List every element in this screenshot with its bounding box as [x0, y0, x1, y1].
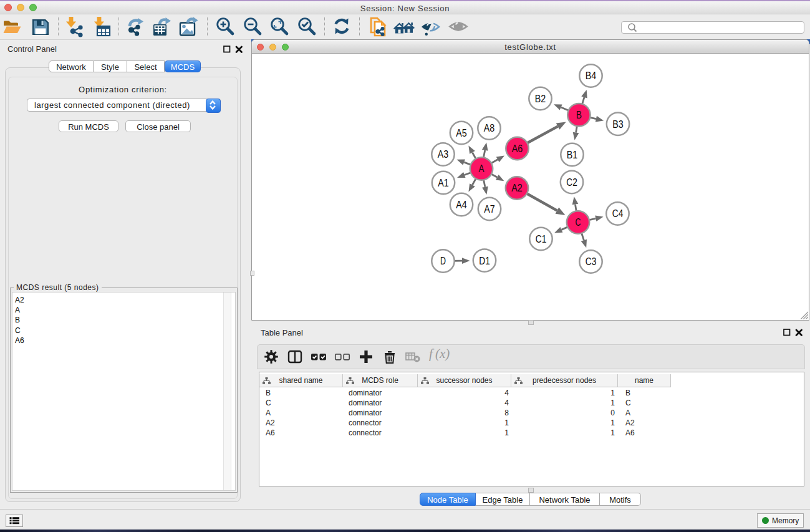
svg-text:C2: C2 — [566, 177, 577, 188]
svg-text:A7: A7 — [484, 203, 495, 215]
svg-text:A3: A3 — [438, 148, 449, 160]
svg-text:B3: B3 — [612, 118, 624, 130]
svg-text:A4: A4 — [456, 199, 467, 210]
svg-text:A8: A8 — [484, 122, 495, 133]
svg-text:A5: A5 — [456, 127, 467, 138]
svg-text:D1: D1 — [479, 255, 490, 266]
svg-text:A2: A2 — [511, 182, 523, 193]
svg-text:A: A — [479, 163, 485, 174]
svg-text:C1: C1 — [536, 233, 547, 244]
svg-text:C: C — [576, 216, 581, 228]
svg-text:B1: B1 — [567, 149, 578, 160]
svg-text:C4: C4 — [612, 208, 624, 219]
svg-text:C3: C3 — [586, 256, 597, 267]
svg-text:B: B — [576, 109, 582, 120]
svg-text:B4: B4 — [586, 70, 597, 81]
svg-text:A1: A1 — [438, 177, 449, 188]
svg-text:D: D — [440, 255, 446, 266]
svg-text:B2: B2 — [535, 93, 546, 104]
svg-text:A6: A6 — [512, 143, 523, 154]
